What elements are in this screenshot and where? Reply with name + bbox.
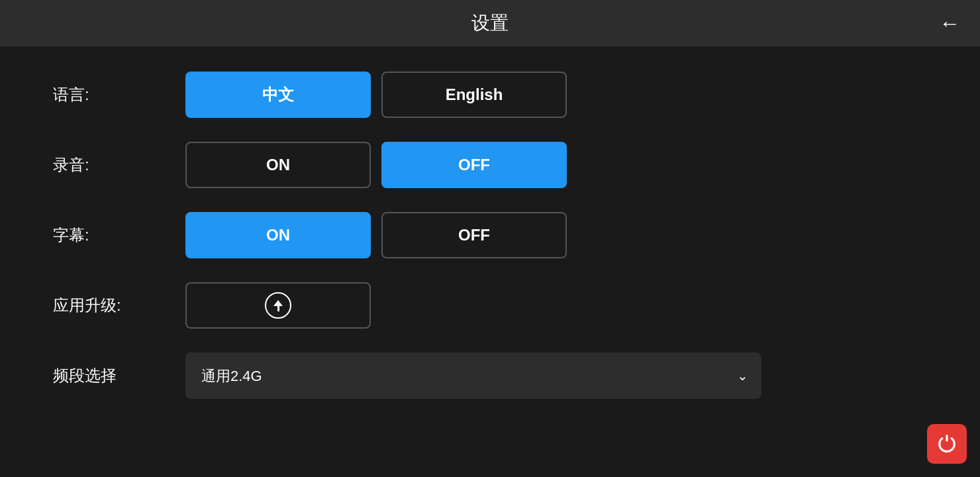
- subtitle-row: 字幕: ON OFF: [0, 200, 980, 270]
- recording-label: 录音:: [53, 154, 185, 176]
- subtitle-off-button[interactable]: OFF: [381, 212, 567, 258]
- frequency-row: 频段选择 通用2.4G 通用5G 自定义 ⌄: [0, 341, 980, 411]
- language-controls: 中文 English: [185, 72, 927, 118]
- subtitle-label: 字幕:: [53, 225, 185, 246]
- upload-icon: [265, 292, 291, 319]
- upload-arrow: [273, 300, 283, 311]
- recording-controls: ON OFF: [185, 142, 927, 188]
- frequency-select[interactable]: 通用2.4G 通用5G 自定义: [185, 352, 761, 399]
- frequency-controls: 通用2.4G 通用5G 自定义 ⌄: [185, 352, 927, 399]
- subtitle-on-button[interactable]: ON: [185, 212, 371, 258]
- power-button[interactable]: [927, 424, 967, 464]
- language-row: 语言: 中文 English: [0, 60, 980, 130]
- language-english-button[interactable]: English: [381, 72, 567, 118]
- upload-arrow-stem: [277, 306, 279, 311]
- power-icon: [936, 433, 957, 454]
- back-button[interactable]: ←: [932, 9, 967, 37]
- header: 设置 ←: [0, 0, 980, 46]
- upgrade-row: 应用升级:: [0, 270, 980, 341]
- language-chinese-button[interactable]: 中文: [185, 72, 371, 118]
- recording-on-button[interactable]: ON: [185, 142, 371, 188]
- frequency-select-wrapper: 通用2.4G 通用5G 自定义 ⌄: [185, 352, 761, 399]
- upload-arrow-head: [273, 300, 283, 306]
- recording-off-button[interactable]: OFF: [381, 142, 567, 188]
- language-label: 语言:: [53, 84, 185, 105]
- recording-row: 录音: ON OFF: [0, 130, 980, 200]
- upgrade-controls: [185, 282, 927, 329]
- frequency-label: 频段选择: [53, 365, 185, 386]
- upgrade-label: 应用升级:: [53, 295, 185, 316]
- page-title: 设置: [471, 11, 509, 36]
- subtitle-controls: ON OFF: [185, 212, 927, 258]
- main-content: 语言: 中文 English 录音: ON OFF 字幕: ON OFF 应用升…: [0, 46, 980, 411]
- upgrade-button[interactable]: [185, 282, 371, 329]
